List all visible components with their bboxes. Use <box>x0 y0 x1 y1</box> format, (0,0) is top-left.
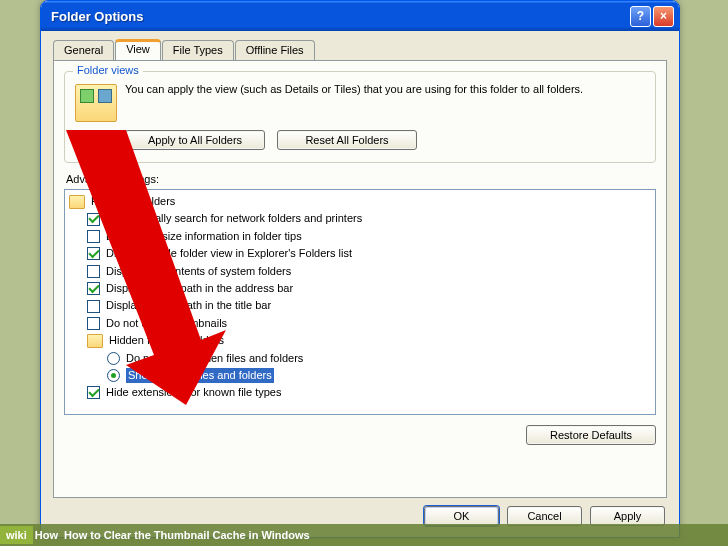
dialog-title: Folder Options <box>51 9 628 24</box>
folder-options-dialog: Folder Options ? × General View File Typ… <box>40 0 680 538</box>
tab-offline-files[interactable]: Offline Files <box>235 40 315 61</box>
checkbox-icon[interactable] <box>87 282 100 295</box>
tree-item-label: Display simple folder view in Explorer's… <box>106 246 352 261</box>
checkbox-icon[interactable] <box>87 317 100 330</box>
reset-all-folders-button[interactable]: Reset All Folders <box>277 130 417 150</box>
tree-item[interactable]: Display simple folder view in Explorer's… <box>67 245 653 262</box>
tab-strip: General View File Types Offline Files <box>41 31 679 60</box>
advanced-settings-tree[interactable]: Files and Folders Automatically search f… <box>64 189 656 415</box>
tree-item-radio[interactable]: Do not show hidden files and folders <box>67 350 653 367</box>
folder-views-group: Folder views You can apply the view (suc… <box>64 71 656 163</box>
tree-item-radio-selected[interactable]: Show hidden files and folders <box>67 367 653 384</box>
tree-item-label: Do not cache thumbnails <box>106 316 227 331</box>
tree-item-hidden-folder[interactable]: Hidden files and folders <box>67 332 653 349</box>
tree-item-label: Do not show hidden files and folders <box>126 351 303 366</box>
tree-item-label: Display the contents of system folders <box>106 264 291 279</box>
help-button[interactable]: ? <box>630 6 651 27</box>
banner-title: How to Clear the Thumbnail Cache in Wind… <box>64 529 310 541</box>
radio-icon[interactable] <box>107 369 120 382</box>
tree-item[interactable]: Hide extensions for known file types <box>67 384 653 401</box>
folder-icon <box>69 195 85 209</box>
advanced-settings-label: Advanced settings: <box>66 173 656 185</box>
tab-general[interactable]: General <box>53 40 114 61</box>
wikihow-banner: wikiHow How to Clear the Thumbnail Cache… <box>0 524 728 546</box>
tree-item-label: Hide extensions for known file types <box>106 385 281 400</box>
tree-item[interactable]: Display file size information in folder … <box>67 228 653 245</box>
folder-views-legend: Folder views <box>73 64 143 76</box>
tab-view[interactable]: View <box>115 39 161 60</box>
folder-views-text: You can apply the view (such as Details … <box>125 82 645 122</box>
tree-item-label: Automatically search for network folders… <box>106 211 362 226</box>
cancel-button[interactable]: Cancel <box>507 506 582 526</box>
banner-how: How <box>35 529 64 541</box>
tree-item-label: Hidden files and folders <box>109 333 224 348</box>
tree-item[interactable]: Display the full path in the address bar <box>67 280 653 297</box>
restore-defaults-button[interactable]: Restore Defaults <box>526 425 656 445</box>
tree-item-label: Display the full path in the title bar <box>106 298 271 313</box>
tree-item[interactable]: Automatically search for network folders… <box>67 210 653 227</box>
checkbox-icon[interactable] <box>87 213 100 226</box>
tab-file-types[interactable]: File Types <box>162 40 234 61</box>
titlebar[interactable]: Folder Options ? × <box>41 1 679 31</box>
tree-root[interactable]: Files and Folders <box>67 193 653 210</box>
ok-button[interactable]: OK <box>424 506 499 526</box>
tree-root-label: Files and Folders <box>91 194 175 209</box>
checkbox-icon[interactable] <box>87 386 100 399</box>
checkbox-icon[interactable] <box>87 265 100 278</box>
apply-button[interactable]: Apply <box>590 506 665 526</box>
tree-item[interactable]: Display the full path in the title bar <box>67 297 653 314</box>
tree-item-label: Display file size information in folder … <box>106 229 302 244</box>
banner-wiki: wiki <box>0 526 33 544</box>
checkbox-icon[interactable] <box>87 230 100 243</box>
apply-all-folders-button[interactable]: Apply to All Folders <box>125 130 265 150</box>
folder-views-icon <box>75 84 117 122</box>
tab-panel-view: Folder views You can apply the view (suc… <box>53 60 667 498</box>
radio-icon[interactable] <box>107 352 120 365</box>
tree-item-label: Show hidden files and folders <box>126 368 274 383</box>
checkbox-icon[interactable] <box>87 247 100 260</box>
tree-item-label: Display the full path in the address bar <box>106 281 293 296</box>
checkbox-icon[interactable] <box>87 300 100 313</box>
close-button[interactable]: × <box>653 6 674 27</box>
tree-item[interactable]: Do not cache thumbnails <box>67 315 653 332</box>
folder-icon <box>87 334 103 348</box>
tree-item[interactable]: Display the contents of system folders <box>67 263 653 280</box>
